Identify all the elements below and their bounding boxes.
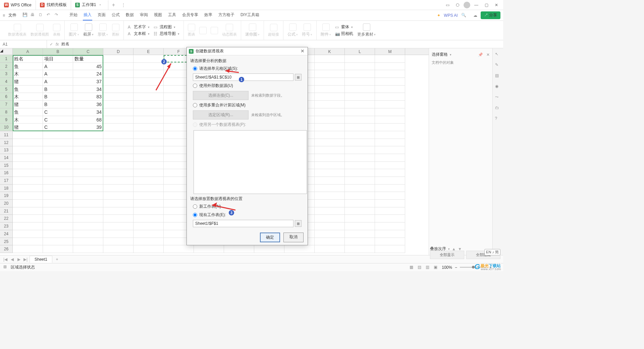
cell[interactable]: A [43,70,73,78]
ribbon-spark[interactable] [211,27,218,34]
cell[interactable]: B [43,101,73,108]
mtab-tools[interactable]: 工具 [167,10,177,20]
cell[interactable] [103,86,133,93]
ribbon-textbox[interactable]: A文本框▾ [128,31,150,37]
tab-template[interactable]: D找稻壳模板 [36,0,71,10]
cell[interactable] [43,215,73,222]
cell[interactable] [43,146,73,154]
row-header-22[interactable]: 22 [0,215,13,222]
row-header-9[interactable]: 9 [0,116,13,124]
cell[interactable] [133,86,164,93]
cell[interactable]: 34 [73,108,103,116]
cell[interactable]: C [43,108,73,116]
ribbon-more[interactable]: 更多素材▾ [357,23,376,37]
cell[interactable] [133,146,164,154]
cell[interactable] [375,222,405,230]
tool-style-icon[interactable]: ✎ [495,62,501,68]
cell[interactable] [164,245,194,253]
cell[interactable] [103,192,133,200]
col-header-E[interactable]: E [133,48,164,55]
cell[interactable] [13,207,43,215]
tab-menu-button[interactable]: ⋮ [118,3,128,7]
cell[interactable] [345,93,375,101]
cell[interactable] [133,55,164,63]
cell[interactable] [103,215,133,222]
cell[interactable] [43,238,73,246]
cell[interactable] [375,63,405,70]
row-header-18[interactable]: 18 [0,185,13,192]
cell[interactable]: C [43,116,73,124]
col-header-M[interactable]: M [375,48,405,55]
cell[interactable] [315,146,345,154]
dialog-titlebar[interactable]: S 创建数据透视表 ✕ [187,47,308,55]
cell[interactable]: 鱼 [13,108,43,116]
cell[interactable] [13,222,43,230]
cell[interactable] [345,245,375,253]
cell[interactable]: 34 [73,86,103,93]
cell[interactable] [345,78,375,86]
cell[interactable] [375,169,405,177]
cell[interactable] [133,131,164,139]
cell[interactable] [133,215,164,222]
cell[interactable] [133,222,164,230]
cell[interactable] [103,101,133,108]
cancel-formula-icon[interactable]: ✓ [50,42,53,47]
cell[interactable] [345,55,375,63]
mtab-view[interactable]: 视图 [153,10,163,20]
ribbon-camera[interactable]: 📷照相机 [335,31,353,37]
cell[interactable]: 36 [73,101,103,108]
cell[interactable] [103,146,133,154]
name-box[interactable]: A1 [0,40,47,48]
tool-branch-icon[interactable]: ⤳ [495,95,501,101]
cell[interactable] [43,139,73,147]
cell[interactable]: 鱼 [13,63,43,70]
cell[interactable] [375,78,405,86]
cell[interactable] [103,177,133,185]
select-connection-button[interactable]: 选择连接(C)... [193,91,249,100]
cell[interactable] [375,200,405,207]
ribbon-shape[interactable]: 形状▾ [98,23,108,37]
cell[interactable] [315,70,345,78]
cell[interactable] [103,245,133,253]
cell[interactable] [315,177,345,185]
cell[interactable] [315,238,345,246]
ribbon-image[interactable]: 图片▾ [69,23,79,37]
opt-multi[interactable]: 使用多重合并计算区域(M) [190,101,304,109]
view-page-icon[interactable]: ▤ [418,265,423,270]
cell[interactable] [194,245,224,253]
mtab-ffgz[interactable]: 方方格子 [218,10,235,20]
ribbon-pivot-table[interactable]: 数据透视表 [8,24,26,37]
mtab-efficiency[interactable]: 效率 [204,10,213,20]
cell[interactable] [224,245,254,253]
cell[interactable] [13,131,43,139]
cell[interactable] [345,200,375,207]
cell[interactable] [43,230,73,238]
cell[interactable] [315,63,345,70]
cell[interactable] [345,146,375,154]
ribbon-hyperlink[interactable]: 超链接 [268,24,279,37]
sheet-next-icon[interactable]: ▶ [16,257,21,262]
cell[interactable] [315,108,345,116]
radio-cell-range[interactable] [193,66,197,71]
cell[interactable] [315,215,345,222]
cell[interactable] [315,192,345,200]
cell[interactable] [43,185,73,192]
cell[interactable] [73,169,103,177]
ribbon-minichart[interactable]: 迷你图▾ [245,23,260,37]
cell[interactable] [375,207,405,215]
row-header-6[interactable]: 6 [0,93,13,101]
cell[interactable] [345,139,375,147]
cell[interactable] [345,123,375,131]
cell[interactable] [13,192,43,200]
cell[interactable] [103,116,133,124]
cell[interactable] [73,245,103,253]
row-header-8[interactable]: 8 [0,108,13,116]
cell[interactable]: 木 [13,116,43,124]
cell[interactable] [43,162,73,169]
cell[interactable] [345,215,375,222]
cell[interactable] [345,131,375,139]
cell[interactable] [375,70,405,78]
cell[interactable] [315,207,345,215]
cell[interactable] [133,101,164,108]
show-all-button[interactable]: 全部显示 [430,251,464,259]
